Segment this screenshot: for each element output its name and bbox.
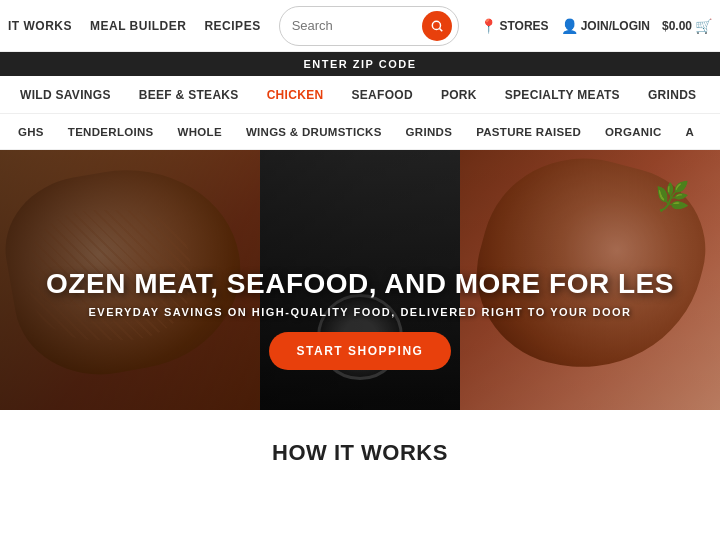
join-login-label: JOIN/LOGIN (581, 19, 650, 33)
subcat-tenderloins[interactable]: TENDERLOINS (56, 114, 166, 149)
nav-how-it-works[interactable]: IT WORKS (8, 19, 72, 33)
cat-pork[interactable]: PORK (427, 76, 491, 113)
search-button[interactable] (422, 11, 452, 41)
cart-amount: $0.00 (662, 19, 692, 33)
subcat-wings-drumsticks[interactable]: WINGS & DRUMSTICKS (234, 114, 394, 149)
search-input[interactable] (292, 18, 418, 33)
svg-line-1 (439, 28, 442, 31)
top-nav: IT WORKS MEAL BUILDER RECIPES 📍 STORES 👤… (0, 0, 720, 52)
start-shopping-button[interactable]: START SHOPPING (269, 332, 452, 370)
location-icon: 📍 (480, 18, 497, 34)
subcat-a[interactable]: A (674, 114, 707, 149)
subcategory-nav: GHS TENDERLOINS WHOLE WINGS & DRUMSTICKS… (0, 114, 720, 150)
subcat-organic[interactable]: ORGANIC (593, 114, 673, 149)
cat-wild-savings[interactable]: WILD SAVINGS (6, 76, 125, 113)
cat-seafood[interactable]: SEAFOOD (337, 76, 426, 113)
subcat-grinds[interactable]: GRINDS (394, 114, 465, 149)
stores-link[interactable]: 📍 STORES (480, 18, 549, 34)
person-icon: 👤 (561, 18, 578, 34)
hero-text-block: OZEN MEAT, SEAFOOD, AND MORE FOR LES EVE… (0, 269, 720, 370)
how-it-works-title: HOW IT WORKS (0, 440, 720, 466)
zip-bar[interactable]: ENTER ZIP CODE (0, 52, 720, 76)
nav-recipes[interactable]: RECIPES (204, 19, 260, 33)
subcat-whole[interactable]: WHOLE (166, 114, 234, 149)
cat-beef-steaks[interactable]: BEEF & STEAKS (125, 76, 253, 113)
cat-grinds[interactable]: GRINDS (634, 76, 710, 113)
cat-chicken[interactable]: CHICKEN (253, 76, 338, 113)
cat-specialty-meats[interactable]: SPECIALTY MEATS (491, 76, 634, 113)
cart-link[interactable]: $0.00 🛒 (662, 18, 712, 34)
zip-bar-text: ENTER ZIP CODE (303, 58, 416, 70)
stores-label: STORES (500, 19, 549, 33)
svg-point-0 (432, 21, 440, 29)
hero-headline: OZEN MEAT, SEAFOOD, AND MORE FOR LES (16, 269, 704, 300)
nav-right-group: 📍 STORES 👤 JOIN/LOGIN $0.00 🛒 (480, 18, 713, 34)
hero-banner: OZEN MEAT, SEAFOOD, AND MORE FOR LES EVE… (0, 150, 720, 410)
nav-meal-builder[interactable]: MEAL BUILDER (90, 19, 186, 33)
category-nav: WILD SAVINGS BEEF & STEAKS CHICKEN SEAFO… (0, 76, 720, 114)
how-it-works-section: HOW IT WORKS (0, 410, 720, 486)
subcat-pasture-raised[interactable]: PASTURE RAISED (464, 114, 593, 149)
subcat-ghs[interactable]: GHS (6, 114, 56, 149)
search-bar (279, 6, 459, 46)
cart-icon: 🛒 (695, 18, 712, 34)
hero-subheadline: EVERYDAY SAVINGS ON HIGH-QUALITY FOOD, D… (16, 306, 704, 318)
search-icon (430, 19, 444, 33)
join-login-link[interactable]: 👤 JOIN/LOGIN (561, 18, 650, 34)
